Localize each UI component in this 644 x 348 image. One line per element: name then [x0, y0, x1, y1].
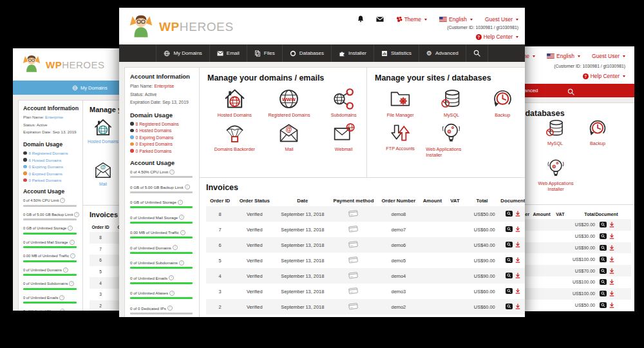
invoice-column-header[interactable]: VAT: [445, 195, 466, 206]
invoice-preview-button[interactable]: [600, 302, 607, 308]
manage-item-subdomains[interactable]: Subdomains: [316, 87, 371, 118]
manage-item-registered-domains[interactable]: www Registered Domains: [262, 87, 317, 118]
manage-item-mysql[interactable]: MySQL: [535, 117, 576, 146]
manage-item-mail[interactable]: @ Mail: [84, 160, 122, 187]
nav-search-button[interactable]: [567, 86, 574, 98]
info-icon[interactable]: i: [169, 169, 175, 175]
domain-usage-item[interactable]: 8 Registered Domains: [23, 151, 82, 155]
invoice-preview-button[interactable]: [600, 291, 607, 296]
invoice-download-button[interactable]: [515, 304, 520, 309]
nav-item-installer[interactable]: Installer: [331, 44, 374, 62]
domain-usage-item[interactable]: 0 Expiring Domains: [130, 135, 200, 140]
info-icon[interactable]: i: [69, 281, 74, 286]
manage-item-ftp-accounts[interactable]: FTP Accounts: [375, 121, 426, 158]
nav-item-my-domains[interactable]: My Domains: [72, 85, 108, 91]
info-icon[interactable]: i: [185, 184, 190, 189]
invoice-download-button[interactable]: [515, 226, 520, 232]
nav-item-databases[interactable]: Databases: [282, 44, 331, 62]
invoice-download-button[interactable]: [609, 302, 614, 308]
domain-usage-item[interactable]: 0 Expiring Domains: [23, 164, 82, 169]
domain-usage-item[interactable]: 0 Expired Domains: [130, 142, 200, 146]
nav-item-my-domains[interactable]: My Domains: [156, 44, 209, 62]
manage-item-mysql[interactable]: MySQL: [426, 87, 477, 118]
invoice-preview-button[interactable]: [600, 222, 607, 227]
manage-item-backup[interactable]: Backup: [477, 87, 525, 118]
manage-item-hosted-domains[interactable]: Hosted Domains: [84, 117, 122, 144]
manage-item-web-applications-installer[interactable]: ⚙ ⚙ Web Applications Installer: [533, 157, 578, 192]
info-icon[interactable]: i: [167, 305, 173, 311]
invoice-preview-button[interactable]: [600, 233, 607, 239]
invoice-download-button[interactable]: [609, 256, 614, 262]
invoice-preview-button[interactable]: [506, 226, 513, 232]
invoice-preview-button[interactable]: [600, 256, 607, 262]
invoice-download-button[interactable]: [609, 279, 614, 285]
domain-usage-item[interactable]: 0 Parked Domains: [23, 178, 82, 182]
manage-item-backup[interactable]: Backup: [577, 117, 618, 146]
info-icon[interactable]: i: [169, 291, 175, 296]
domain-usage-item[interactable]: 6 Hosted Domains: [23, 158, 82, 162]
manage-item-mail[interactable]: @ Mail: [262, 121, 317, 152]
info-icon[interactable]: i: [74, 212, 79, 217]
nav-item-statistics[interactable]: Statistics: [374, 44, 419, 62]
app-logo[interactable]: WPHEROES: [128, 13, 234, 41]
invoice-download-button[interactable]: [609, 222, 614, 227]
domain-usage-item[interactable]: 8 Registered Domains: [130, 122, 200, 126]
language-dropdown[interactable]: English: [439, 16, 473, 23]
language-dropdown[interactable]: English: [547, 53, 580, 59]
invoice-preview-button[interactable]: [506, 273, 513, 278]
invoice-column-header[interactable]: Amount: [420, 195, 445, 206]
invoice-download-button[interactable]: [609, 268, 614, 274]
invoice-preview-button[interactable]: [600, 268, 607, 274]
invoice-preview-button[interactable]: [506, 242, 513, 247]
invoice-column-header[interactable]: Order Number: [377, 195, 420, 206]
invoice-download-button[interactable]: [515, 257, 520, 263]
help-center-dropdown[interactable]: ? Help Center: [583, 73, 625, 79]
info-icon[interactable]: i: [63, 267, 68, 273]
invoice-download-button[interactable]: [609, 245, 614, 251]
invoice-preview-button[interactable]: [506, 257, 513, 263]
user-dropdown[interactable]: Guest User: [485, 16, 518, 23]
info-icon[interactable]: i: [178, 200, 183, 205]
info-icon[interactable]: i: [59, 295, 64, 300]
info-icon[interactable]: i: [173, 245, 178, 250]
info-icon[interactable]: i: [68, 226, 73, 231]
manage-item-file-manager[interactable]: File Manager: [375, 87, 426, 118]
invoice-download-button[interactable]: [515, 273, 520, 278]
theme-dropdown[interactable]: Theme: [396, 16, 427, 23]
invoice-download-button[interactable]: [515, 211, 520, 217]
domain-usage-item[interactable]: 0 Parked Domains: [130, 149, 200, 153]
invoice-download-button[interactable]: [609, 233, 614, 239]
domain-usage-item[interactable]: 0 Expired Domains: [23, 171, 82, 176]
inbox-button[interactable]: [376, 14, 384, 25]
invoice-column-header[interactable]: Date: [275, 195, 330, 206]
manage-item-webmail[interactable]: Webmail: [316, 121, 371, 152]
user-dropdown[interactable]: Guest User: [592, 53, 625, 59]
manage-item-hosted-domains[interactable]: Hosted Domains: [207, 87, 262, 118]
nav-item-files[interactable]: Files: [247, 44, 282, 62]
info-icon[interactable]: i: [179, 215, 184, 220]
invoice-preview-button[interactable]: [600, 245, 607, 251]
info-icon[interactable]: i: [70, 253, 75, 258]
invoice-column-header[interactable]: Order Status: [234, 195, 275, 206]
invoice-download-button[interactable]: [515, 288, 520, 294]
info-icon[interactable]: i: [180, 230, 185, 235]
manage-item-domains-backorder[interactable]: Domains Backorder: [207, 121, 262, 152]
invoice-preview-button[interactable]: [600, 279, 607, 285]
notifications-bell-button[interactable]: [357, 14, 364, 25]
info-icon[interactable]: i: [70, 240, 75, 245]
info-icon[interactable]: i: [179, 260, 184, 266]
invoice-download-button[interactable]: [515, 242, 520, 247]
help-center-dropdown[interactable]: ? Help Center: [476, 34, 518, 40]
nav-item-email[interactable]: Email: [209, 44, 247, 62]
nav-search-button[interactable]: [466, 44, 488, 62]
nav-item-advanced[interactable]: ⚙ Advanced: [419, 44, 466, 62]
invoice-column-header[interactable]: Document: [499, 195, 525, 206]
invoice-preview-button[interactable]: [506, 211, 513, 217]
invoice-download-button[interactable]: [609, 291, 614, 296]
invoice-column-header[interactable]: Order ID: [206, 195, 234, 206]
domain-usage-item[interactable]: 6 Hosted Domains: [130, 128, 200, 133]
brand-logo[interactable]: WPHEROES: [46, 59, 105, 70]
invoice-column-header[interactable]: Payment method: [330, 195, 377, 206]
invoice-column-header[interactable]: Total: [465, 195, 498, 206]
info-icon[interactable]: i: [60, 198, 65, 203]
